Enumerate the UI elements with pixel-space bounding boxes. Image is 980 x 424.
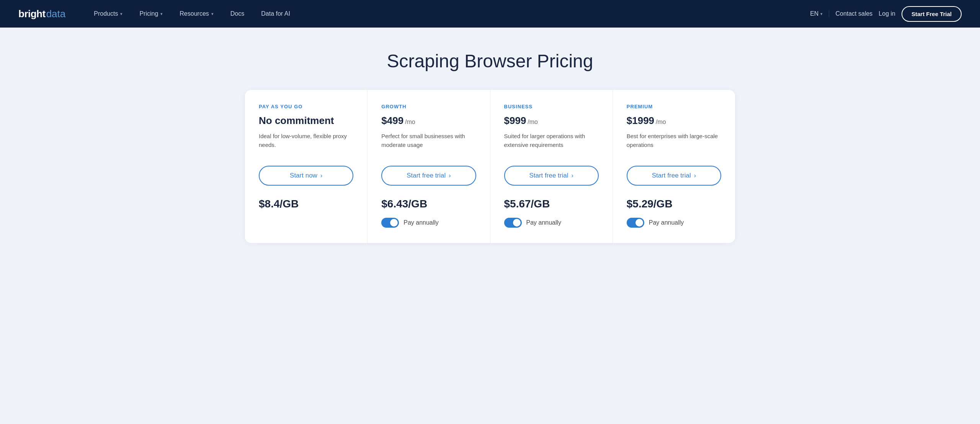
plan-gb-price-payg: $8.4/GB	[259, 198, 353, 210]
nav-item-resources[interactable]: Resources ▾	[173, 7, 220, 20]
plan-price-value-payg: No commitment	[259, 115, 334, 127]
plan-gb-price-growth: $6.43/GB	[381, 198, 476, 210]
plan-cta-payg[interactable]: Start now ›	[259, 166, 353, 186]
plan-price-growth: $499 /mo	[381, 115, 476, 127]
plan-price-unit-growth: /mo	[405, 119, 415, 126]
toggle-label-growth: Pay annually	[403, 219, 439, 226]
toggle-knob-business	[513, 219, 521, 227]
arrow-right-icon: ›	[571, 172, 573, 179]
pay-annually-toggle-growth[interactable]	[381, 218, 399, 228]
nav-login[interactable]: Log in	[879, 10, 895, 17]
plan-cta-growth[interactable]: Start free trial ›	[381, 166, 476, 186]
plan-description-premium: Best for enterprises with large-scale op…	[627, 132, 721, 155]
toggle-label-business: Pay annually	[526, 219, 562, 226]
nav-label-resources: Resources	[180, 10, 209, 17]
plan-price-value-business: $999	[504, 115, 526, 127]
nav-item-docs[interactable]: Docs	[224, 7, 251, 20]
plan-card-growth: GROWTH $499 /mo Perfect for small busine…	[368, 90, 490, 243]
nav-lang-label: EN	[810, 10, 818, 17]
plan-cta-label-growth: Start free trial	[407, 172, 446, 179]
plan-card-business: BUSINESS $999 /mo Suited for larger oper…	[490, 90, 613, 243]
chevron-down-icon: ▾	[820, 11, 823, 16]
nav-label-data-ai: Data for AI	[261, 10, 290, 17]
pay-annually-toggle-premium[interactable]	[627, 218, 644, 228]
plan-price-payg: No commitment	[259, 115, 353, 127]
plan-price-value-growth: $499	[381, 115, 403, 127]
logo-bright: bright	[18, 8, 46, 20]
arrow-right-icon: ›	[320, 172, 322, 179]
plan-tier-business: BUSINESS	[504, 104, 599, 109]
arrow-right-icon: ›	[694, 172, 696, 179]
plan-price-premium: $1999 /mo	[627, 115, 721, 127]
page-title: Scraping Browser Pricing	[31, 51, 949, 72]
plan-description-payg: Ideal for low-volume, flexible proxy nee…	[259, 132, 353, 155]
plan-cta-label-payg: Start now	[290, 172, 317, 179]
plan-card-premium: PREMIUM $1999 /mo Best for enterprises w…	[613, 90, 735, 243]
toggle-knob-growth	[390, 219, 398, 227]
plan-price-unit-business: /mo	[528, 119, 538, 126]
chevron-down-icon: ▾	[211, 11, 214, 16]
plan-gb-price-premium: $5.29/GB	[627, 198, 721, 210]
nav-label-products: Products	[94, 10, 118, 17]
plan-description-growth: Perfect for small businesses with modera…	[381, 132, 476, 155]
plan-cta-label-premium: Start free trial	[652, 172, 691, 179]
toggle-row-growth: Pay annually	[381, 218, 476, 228]
nav-language-selector[interactable]: EN ▾	[810, 10, 829, 17]
chevron-down-icon: ▾	[160, 11, 163, 16]
toggle-row-premium: Pay annually	[627, 218, 721, 228]
toggle-label-premium: Pay annually	[649, 219, 684, 226]
plan-description-business: Suited for larger operations with extens…	[504, 132, 599, 155]
plan-gb-price-business: $5.67/GB	[504, 198, 599, 210]
plan-price-unit-premium: /mo	[656, 119, 666, 126]
plan-tier-payg: PAY AS YOU GO	[259, 104, 353, 109]
plan-card-payg: PAY AS YOU GO No commitment Ideal for lo…	[245, 90, 368, 243]
plan-tier-premium: PREMIUM	[627, 104, 721, 109]
nav-label-pricing: Pricing	[139, 10, 158, 17]
toggle-knob-premium	[635, 219, 643, 227]
plan-tier-growth: GROWTH	[381, 104, 476, 109]
nav-item-pricing[interactable]: Pricing ▾	[132, 7, 170, 20]
chevron-down-icon: ▾	[120, 11, 122, 16]
plan-price-value-premium: $1999	[627, 115, 654, 127]
pricing-cards-container: PAY AS YOU GO No commitment Ideal for lo…	[245, 90, 735, 243]
nav-label-docs: Docs	[230, 10, 244, 17]
nav-contact-sales[interactable]: Contact sales	[835, 10, 872, 17]
main-content: Scraping Browser Pricing PAY AS YOU GO N…	[0, 28, 980, 424]
plan-price-business: $999 /mo	[504, 115, 599, 127]
nav-links: Products ▾ Pricing ▾ Resources ▾ Docs Da…	[87, 7, 810, 20]
pay-annually-toggle-business[interactable]	[504, 218, 522, 228]
plan-cta-business[interactable]: Start free trial ›	[504, 166, 599, 186]
toggle-row-business: Pay annually	[504, 218, 599, 228]
nav-item-products[interactable]: Products ▾	[87, 7, 129, 20]
arrow-right-icon: ›	[449, 172, 451, 179]
logo-data: data	[46, 8, 66, 20]
plan-cta-premium[interactable]: Start free trial ›	[627, 166, 721, 186]
logo[interactable]: brightdata	[18, 8, 65, 20]
navbar: brightdata Products ▾ Pricing ▾ Resource…	[0, 0, 980, 28]
plan-cta-label-business: Start free trial	[529, 172, 568, 179]
nav-start-trial-button[interactable]: Start Free Trial	[902, 6, 962, 22]
nav-item-data-ai[interactable]: Data for AI	[254, 7, 297, 20]
nav-right: EN ▾ Contact sales Log in Start Free Tri…	[810, 6, 962, 22]
